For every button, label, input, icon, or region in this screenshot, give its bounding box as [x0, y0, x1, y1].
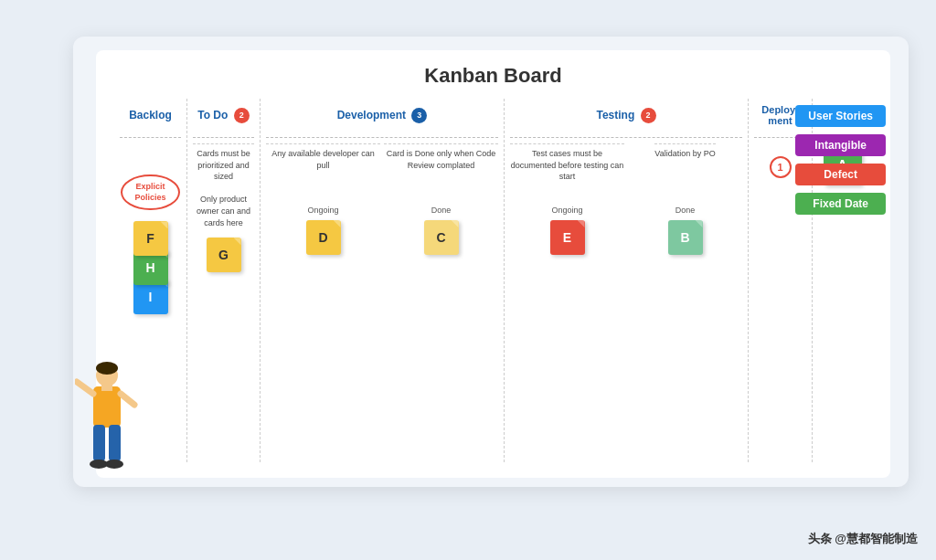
dev-badge: 3 — [411, 108, 427, 123]
svg-line-4 — [121, 394, 134, 405]
legend-defect: Defect — [795, 164, 886, 185]
legend-fixed-date: Fixed Date — [795, 193, 886, 215]
dev-done-label: Done — [431, 206, 452, 215]
testing-done-label: Done — [675, 206, 696, 215]
board-title: Kanban Board — [114, 64, 872, 88]
svg-point-1 — [96, 362, 118, 375]
dev-done-col: Card is Done only when Code Review compl… — [384, 143, 498, 257]
dev-ongoing-label: Ongoing — [307, 206, 338, 215]
testing-done-col: Validation by PO Done B — [628, 143, 742, 257]
testing-ongoing-label: Ongoing — [551, 206, 582, 215]
card-b: B — [668, 220, 703, 255]
kanban-board: Kanban Board Backlog Explicit Policies F… — [96, 50, 890, 478]
todo-policy: Cards must be prioritized and sized Only… — [193, 143, 254, 228]
testing-badge: 2 — [641, 108, 656, 123]
dev-subrow: Any available developer can pull Ongoing… — [266, 143, 498, 257]
col-header-development: Development 3 — [266, 99, 498, 132]
col-testing: Testing 2 Test cases must be documented … — [505, 99, 749, 462]
legend: User Stories Intangible Defect Fixed Dat… — [795, 105, 886, 215]
backlog-cards: Explicit Policies F H I — [120, 147, 181, 316]
svg-rect-9 — [101, 384, 112, 391]
col-header-todo: To Do 2 — [193, 99, 254, 132]
deployment-circle: 1 — [770, 156, 792, 178]
divider — [120, 137, 181, 138]
dev-policy1: Any available developer can pull — [266, 143, 380, 198]
testing-policy1: Test cases must be documented before tes… — [510, 143, 624, 198]
divider — [266, 137, 498, 138]
card-d: D — [306, 220, 341, 255]
columns-wrapper: Backlog Explicit Policies F H I To Do 2 — [114, 99, 872, 462]
todo-cards: G — [193, 236, 254, 274]
col-development: Development 3 Any available developer ca… — [261, 99, 505, 462]
svg-point-8 — [105, 460, 123, 469]
divider — [193, 137, 254, 138]
divider — [510, 137, 742, 138]
card-i: I — [133, 280, 168, 314]
legend-intangible: Intangible — [795, 134, 886, 156]
card-f: F — [133, 221, 168, 256]
testing-ongoing-col: Test cases must be documented before tes… — [510, 143, 624, 257]
dev-policy2: Card is Done only when Code Review compl… — [384, 143, 498, 198]
backlog-card-stack: F H I — [133, 219, 168, 316]
card-g: G — [207, 238, 241, 272]
svg-rect-2 — [93, 386, 121, 428]
svg-rect-5 — [93, 425, 105, 461]
person-illustration — [75, 359, 139, 505]
svg-line-3 — [77, 382, 93, 394]
card-h: H — [133, 250, 168, 285]
todo-badge: 2 — [234, 108, 250, 123]
col-header-testing: Testing 2 — [510, 99, 742, 132]
explicit-policies-badge: Explicit Policies — [121, 174, 180, 210]
legend-user-stories: User Stories — [795, 105, 886, 127]
col-header-backlog: Backlog — [120, 99, 181, 132]
watermark: 头条 @慧都智能制造 — [808, 531, 918, 547]
col-todo: To Do 2 Cards must be prioritized and si… — [187, 99, 261, 462]
card-c: C — [424, 220, 459, 255]
testing-subrow: Test cases must be documented before tes… — [510, 143, 742, 257]
card-e: E — [550, 220, 585, 255]
svg-rect-6 — [109, 425, 121, 461]
dev-ongoing-col: Any available developer can pull Ongoing… — [266, 143, 380, 257]
testing-policy2: Validation by PO — [654, 143, 715, 198]
